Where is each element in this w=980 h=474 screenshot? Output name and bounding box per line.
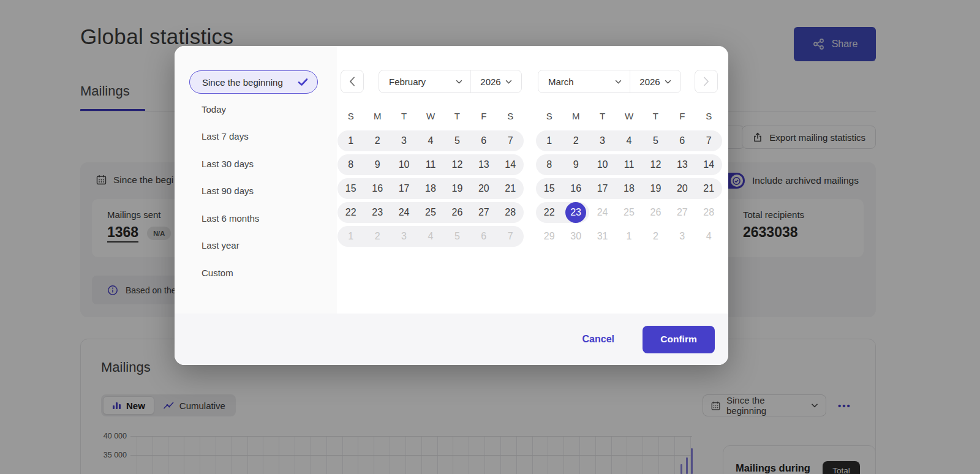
day-cell[interactable]: 17	[589, 178, 616, 199]
day-cell: 4	[417, 226, 443, 247]
day-cell: 4	[696, 226, 722, 247]
day-cell[interactable]: 19	[444, 178, 470, 199]
day-cell[interactable]: 17	[391, 178, 417, 199]
day-cell[interactable]: 27	[470, 202, 497, 223]
day-cell[interactable]: 4	[616, 130, 642, 151]
day-cell: 30	[562, 226, 589, 247]
day-cell[interactable]: 13	[669, 154, 695, 175]
day-cell[interactable]: 12	[643, 154, 669, 175]
cancel-button[interactable]: Cancel	[582, 334, 614, 345]
day-cell[interactable]: 19	[643, 178, 669, 199]
day-cell[interactable]: 5	[643, 130, 669, 151]
day-cell[interactable]: 11	[616, 154, 642, 175]
day-cell[interactable]: 25	[417, 202, 443, 223]
calendar-week-row: 891011121314	[337, 152, 524, 176]
chevron-down-icon	[665, 80, 671, 84]
day-cell[interactable]: 15	[337, 178, 364, 199]
calendar-week-row: 22232425262728	[337, 200, 524, 224]
day-cell-selected[interactable]: 23	[562, 202, 589, 223]
calendar-week-row: 15161718192021	[536, 176, 722, 200]
preset-item-selected[interactable]: Since the beginning	[189, 70, 318, 94]
left-month-year-selector: February 2026	[379, 70, 522, 93]
date-range-picker-modal: Since the beginning TodayLast 7 daysLast…	[175, 46, 728, 365]
day-cell[interactable]: 26	[444, 202, 470, 223]
day-cell[interactable]: 23	[364, 202, 390, 223]
day-cell[interactable]: 1	[337, 130, 364, 151]
day-cell[interactable]: 22	[536, 202, 562, 223]
day-cell[interactable]: 7	[696, 130, 722, 151]
day-cell[interactable]: 8	[536, 154, 562, 175]
day-cell[interactable]: 9	[562, 154, 589, 175]
day-cell[interactable]: 14	[696, 154, 722, 175]
day-cell[interactable]: 15	[536, 178, 562, 199]
day-cell[interactable]: 21	[696, 178, 722, 199]
left-month-select[interactable]: February	[379, 70, 471, 92]
day-cell: 3	[391, 226, 417, 247]
day-cell: 6	[470, 226, 497, 247]
day-cell[interactable]: 6	[470, 130, 497, 151]
day-cell[interactable]: 21	[497, 178, 524, 199]
preset-item[interactable]: Last 90 days	[175, 178, 337, 205]
preset-sidebar: Since the beginning TodayLast 7 daysLast…	[175, 46, 337, 314]
day-cell[interactable]: 2	[562, 130, 589, 151]
calendar-week-row: 1234567	[337, 224, 524, 248]
chevron-down-icon	[615, 80, 622, 84]
day-cell[interactable]: 28	[497, 202, 524, 223]
preset-list: TodayLast 7 daysLast 30 daysLast 90 days…	[175, 96, 337, 287]
day-cell: 31	[589, 226, 616, 247]
day-cell: 24	[589, 202, 616, 223]
calendar-month-march: SMTWTFS123456789101112131415161718192021…	[536, 111, 722, 248]
day-cell[interactable]: 18	[616, 178, 642, 199]
right-month-select[interactable]: March	[538, 70, 630, 92]
left-month-value: February	[389, 77, 426, 87]
day-cell: 5	[444, 226, 470, 247]
day-cell: 3	[669, 226, 695, 247]
day-cell[interactable]: 3	[391, 130, 417, 151]
day-cell[interactable]: 20	[669, 178, 695, 199]
right-month-value: March	[548, 77, 574, 87]
day-cell[interactable]: 22	[337, 202, 364, 223]
confirm-button[interactable]: Confirm	[643, 326, 715, 353]
day-cell[interactable]: 14	[497, 154, 524, 175]
day-cell[interactable]: 20	[470, 178, 497, 199]
day-cell[interactable]: 7	[497, 130, 524, 151]
day-cell[interactable]: 9	[364, 154, 390, 175]
day-cell[interactable]: 24	[391, 202, 417, 223]
modal-footer: Cancel Confirm	[175, 314, 728, 365]
chevron-down-icon	[505, 80, 512, 84]
preset-item[interactable]: Custom	[175, 259, 337, 287]
day-cell[interactable]: 8	[337, 154, 364, 175]
right-month-year-selector: March 2026	[538, 70, 681, 93]
previous-month-button[interactable]	[341, 70, 364, 93]
day-cell: 2	[364, 226, 390, 247]
day-cell[interactable]: 16	[562, 178, 589, 199]
day-cell[interactable]: 6	[669, 130, 695, 151]
day-cell[interactable]: 5	[444, 130, 470, 151]
day-cell[interactable]: 12	[444, 154, 470, 175]
left-year-select[interactable]: 2026	[471, 70, 521, 92]
day-cell[interactable]: 11	[417, 154, 443, 175]
next-month-button-disabled	[695, 70, 718, 93]
day-cell: 7	[497, 226, 524, 247]
day-cell[interactable]: 1	[536, 130, 562, 151]
preset-item[interactable]: Last 6 months	[175, 205, 337, 232]
chevron-down-icon	[456, 80, 462, 84]
day-cell[interactable]: 2	[364, 130, 390, 151]
day-cell[interactable]: 10	[391, 154, 417, 175]
day-cell: 25	[616, 202, 642, 223]
day-cell[interactable]: 18	[417, 178, 443, 199]
calendar-week-row: 1234567	[337, 129, 524, 152]
preset-item[interactable]: Last 30 days	[175, 150, 337, 178]
right-year-select[interactable]: 2026	[630, 70, 680, 92]
day-cell[interactable]: 3	[589, 130, 616, 151]
right-year-value: 2026	[639, 77, 660, 87]
day-cell[interactable]: 4	[417, 130, 443, 151]
preset-item[interactable]: Last year	[175, 232, 337, 260]
day-cell[interactable]: 13	[470, 154, 497, 175]
preset-item[interactable]: Last 7 days	[175, 123, 337, 151]
calendar-month-february: SMTWTFS123456789101112131415161718192021…	[337, 111, 524, 248]
day-cell[interactable]: 16	[364, 178, 390, 199]
calendar-week-row: 891011121314	[536, 152, 722, 176]
day-cell[interactable]: 10	[589, 154, 616, 175]
preset-item[interactable]: Today	[175, 96, 337, 123]
